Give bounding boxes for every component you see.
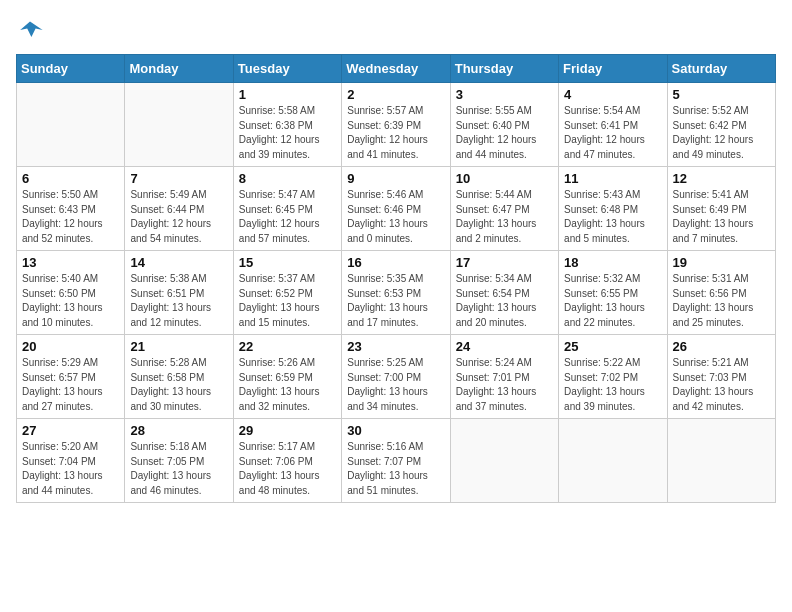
day-number: 6 <box>22 171 119 186</box>
day-number: 25 <box>564 339 661 354</box>
calendar-cell <box>125 83 233 167</box>
calendar-cell: 6Sunrise: 5:50 AM Sunset: 6:43 PM Daylig… <box>17 167 125 251</box>
calendar-cell: 14Sunrise: 5:38 AM Sunset: 6:51 PM Dayli… <box>125 251 233 335</box>
day-info: Sunrise: 5:17 AM Sunset: 7:06 PM Dayligh… <box>239 440 336 498</box>
day-info: Sunrise: 5:52 AM Sunset: 6:42 PM Dayligh… <box>673 104 770 162</box>
day-info: Sunrise: 5:43 AM Sunset: 6:48 PM Dayligh… <box>564 188 661 246</box>
day-info: Sunrise: 5:57 AM Sunset: 6:39 PM Dayligh… <box>347 104 444 162</box>
day-number: 14 <box>130 255 227 270</box>
day-number: 19 <box>673 255 770 270</box>
day-number: 1 <box>239 87 336 102</box>
day-info: Sunrise: 5:41 AM Sunset: 6:49 PM Dayligh… <box>673 188 770 246</box>
calendar-header-row: SundayMondayTuesdayWednesdayThursdayFrid… <box>17 55 776 83</box>
day-number: 20 <box>22 339 119 354</box>
day-info: Sunrise: 5:26 AM Sunset: 6:59 PM Dayligh… <box>239 356 336 414</box>
calendar-cell: 4Sunrise: 5:54 AM Sunset: 6:41 PM Daylig… <box>559 83 667 167</box>
calendar-cell: 21Sunrise: 5:28 AM Sunset: 6:58 PM Dayli… <box>125 335 233 419</box>
day-info: Sunrise: 5:54 AM Sunset: 6:41 PM Dayligh… <box>564 104 661 162</box>
day-info: Sunrise: 5:28 AM Sunset: 6:58 PM Dayligh… <box>130 356 227 414</box>
logo <box>16 16 48 44</box>
calendar-weekday-saturday: Saturday <box>667 55 775 83</box>
day-number: 23 <box>347 339 444 354</box>
calendar-table: SundayMondayTuesdayWednesdayThursdayFrid… <box>16 54 776 503</box>
day-number: 16 <box>347 255 444 270</box>
day-info: Sunrise: 5:31 AM Sunset: 6:56 PM Dayligh… <box>673 272 770 330</box>
day-number: 7 <box>130 171 227 186</box>
calendar-cell: 11Sunrise: 5:43 AM Sunset: 6:48 PM Dayli… <box>559 167 667 251</box>
calendar-week-row: 20Sunrise: 5:29 AM Sunset: 6:57 PM Dayli… <box>17 335 776 419</box>
day-info: Sunrise: 5:18 AM Sunset: 7:05 PM Dayligh… <box>130 440 227 498</box>
day-number: 17 <box>456 255 553 270</box>
day-number: 22 <box>239 339 336 354</box>
day-number: 30 <box>347 423 444 438</box>
calendar-weekday-monday: Monday <box>125 55 233 83</box>
day-number: 24 <box>456 339 553 354</box>
calendar-cell: 19Sunrise: 5:31 AM Sunset: 6:56 PM Dayli… <box>667 251 775 335</box>
day-info: Sunrise: 5:29 AM Sunset: 6:57 PM Dayligh… <box>22 356 119 414</box>
calendar-cell: 24Sunrise: 5:24 AM Sunset: 7:01 PM Dayli… <box>450 335 558 419</box>
day-number: 21 <box>130 339 227 354</box>
calendar-cell: 10Sunrise: 5:44 AM Sunset: 6:47 PM Dayli… <box>450 167 558 251</box>
day-number: 12 <box>673 171 770 186</box>
calendar-week-row: 13Sunrise: 5:40 AM Sunset: 6:50 PM Dayli… <box>17 251 776 335</box>
day-number: 9 <box>347 171 444 186</box>
day-info: Sunrise: 5:32 AM Sunset: 6:55 PM Dayligh… <box>564 272 661 330</box>
day-number: 28 <box>130 423 227 438</box>
day-number: 27 <box>22 423 119 438</box>
calendar-week-row: 27Sunrise: 5:20 AM Sunset: 7:04 PM Dayli… <box>17 419 776 503</box>
calendar-cell <box>559 419 667 503</box>
calendar-cell <box>667 419 775 503</box>
day-number: 2 <box>347 87 444 102</box>
day-info: Sunrise: 5:34 AM Sunset: 6:54 PM Dayligh… <box>456 272 553 330</box>
day-info: Sunrise: 5:37 AM Sunset: 6:52 PM Dayligh… <box>239 272 336 330</box>
calendar-cell: 2Sunrise: 5:57 AM Sunset: 6:39 PM Daylig… <box>342 83 450 167</box>
calendar-cell: 16Sunrise: 5:35 AM Sunset: 6:53 PM Dayli… <box>342 251 450 335</box>
calendar-cell: 3Sunrise: 5:55 AM Sunset: 6:40 PM Daylig… <box>450 83 558 167</box>
day-info: Sunrise: 5:47 AM Sunset: 6:45 PM Dayligh… <box>239 188 336 246</box>
day-info: Sunrise: 5:25 AM Sunset: 7:00 PM Dayligh… <box>347 356 444 414</box>
calendar-cell <box>450 419 558 503</box>
calendar-cell: 8Sunrise: 5:47 AM Sunset: 6:45 PM Daylig… <box>233 167 341 251</box>
calendar-cell: 28Sunrise: 5:18 AM Sunset: 7:05 PM Dayli… <box>125 419 233 503</box>
day-info: Sunrise: 5:55 AM Sunset: 6:40 PM Dayligh… <box>456 104 553 162</box>
day-number: 13 <box>22 255 119 270</box>
day-number: 5 <box>673 87 770 102</box>
day-info: Sunrise: 5:49 AM Sunset: 6:44 PM Dayligh… <box>130 188 227 246</box>
calendar-weekday-wednesday: Wednesday <box>342 55 450 83</box>
logo-bird-icon <box>16 16 44 44</box>
day-info: Sunrise: 5:40 AM Sunset: 6:50 PM Dayligh… <box>22 272 119 330</box>
day-number: 10 <box>456 171 553 186</box>
day-number: 3 <box>456 87 553 102</box>
calendar-weekday-sunday: Sunday <box>17 55 125 83</box>
calendar-cell: 5Sunrise: 5:52 AM Sunset: 6:42 PM Daylig… <box>667 83 775 167</box>
calendar-cell: 29Sunrise: 5:17 AM Sunset: 7:06 PM Dayli… <box>233 419 341 503</box>
calendar-cell: 13Sunrise: 5:40 AM Sunset: 6:50 PM Dayli… <box>17 251 125 335</box>
calendar-weekday-friday: Friday <box>559 55 667 83</box>
calendar-cell: 26Sunrise: 5:21 AM Sunset: 7:03 PM Dayli… <box>667 335 775 419</box>
calendar-cell: 12Sunrise: 5:41 AM Sunset: 6:49 PM Dayli… <box>667 167 775 251</box>
svg-marker-0 <box>20 22 42 37</box>
day-number: 18 <box>564 255 661 270</box>
calendar-cell: 23Sunrise: 5:25 AM Sunset: 7:00 PM Dayli… <box>342 335 450 419</box>
day-number: 15 <box>239 255 336 270</box>
calendar-cell: 25Sunrise: 5:22 AM Sunset: 7:02 PM Dayli… <box>559 335 667 419</box>
calendar-weekday-thursday: Thursday <box>450 55 558 83</box>
day-info: Sunrise: 5:35 AM Sunset: 6:53 PM Dayligh… <box>347 272 444 330</box>
calendar-cell: 7Sunrise: 5:49 AM Sunset: 6:44 PM Daylig… <box>125 167 233 251</box>
calendar-cell: 17Sunrise: 5:34 AM Sunset: 6:54 PM Dayli… <box>450 251 558 335</box>
calendar-week-row: 6Sunrise: 5:50 AM Sunset: 6:43 PM Daylig… <box>17 167 776 251</box>
day-info: Sunrise: 5:21 AM Sunset: 7:03 PM Dayligh… <box>673 356 770 414</box>
day-info: Sunrise: 5:24 AM Sunset: 7:01 PM Dayligh… <box>456 356 553 414</box>
day-number: 29 <box>239 423 336 438</box>
calendar-week-row: 1Sunrise: 5:58 AM Sunset: 6:38 PM Daylig… <box>17 83 776 167</box>
calendar-cell: 30Sunrise: 5:16 AM Sunset: 7:07 PM Dayli… <box>342 419 450 503</box>
calendar-cell: 9Sunrise: 5:46 AM Sunset: 6:46 PM Daylig… <box>342 167 450 251</box>
day-info: Sunrise: 5:20 AM Sunset: 7:04 PM Dayligh… <box>22 440 119 498</box>
day-info: Sunrise: 5:16 AM Sunset: 7:07 PM Dayligh… <box>347 440 444 498</box>
calendar-cell: 22Sunrise: 5:26 AM Sunset: 6:59 PM Dayli… <box>233 335 341 419</box>
calendar-cell: 1Sunrise: 5:58 AM Sunset: 6:38 PM Daylig… <box>233 83 341 167</box>
day-number: 26 <box>673 339 770 354</box>
calendar-cell: 20Sunrise: 5:29 AM Sunset: 6:57 PM Dayli… <box>17 335 125 419</box>
day-info: Sunrise: 5:38 AM Sunset: 6:51 PM Dayligh… <box>130 272 227 330</box>
day-number: 11 <box>564 171 661 186</box>
